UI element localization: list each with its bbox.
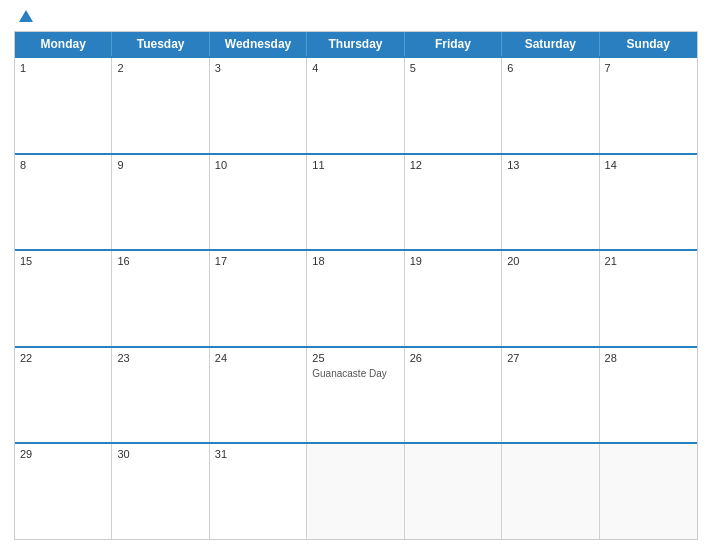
calendar-cell: 21	[600, 251, 697, 346]
calendar-cell: 12	[405, 155, 502, 250]
header	[14, 10, 698, 23]
day-number: 25	[312, 352, 398, 364]
calendar-cell	[405, 444, 502, 539]
calendar-cell: 9	[112, 155, 209, 250]
day-number: 12	[410, 159, 496, 171]
calendar-cell	[502, 444, 599, 539]
calendar-cell: 4	[307, 58, 404, 153]
day-number: 18	[312, 255, 398, 267]
day-number: 21	[605, 255, 692, 267]
calendar-cell: 11	[307, 155, 404, 250]
day-number: 16	[117, 255, 203, 267]
day-number: 10	[215, 159, 301, 171]
calendar-cell: 10	[210, 155, 307, 250]
calendar-cell: 23	[112, 348, 209, 443]
calendar-header-row: MondayTuesdayWednesdayThursdayFridaySatu…	[15, 32, 697, 56]
day-number: 13	[507, 159, 593, 171]
calendar-cell: 2	[112, 58, 209, 153]
calendar-cell: 15	[15, 251, 112, 346]
day-number: 29	[20, 448, 106, 460]
day-number: 9	[117, 159, 203, 171]
header-cell-saturday: Saturday	[502, 32, 599, 56]
day-number: 19	[410, 255, 496, 267]
calendar-grid: MondayTuesdayWednesdayThursdayFridaySatu…	[14, 31, 698, 540]
day-number: 31	[215, 448, 301, 460]
day-number: 24	[215, 352, 301, 364]
calendar-cell: 5	[405, 58, 502, 153]
logo-triangle-icon	[19, 10, 33, 22]
day-number: 5	[410, 62, 496, 74]
calendar-week-5: 293031	[15, 442, 697, 539]
calendar-cell: 31	[210, 444, 307, 539]
calendar-cell: 8	[15, 155, 112, 250]
day-number: 20	[507, 255, 593, 267]
day-number: 6	[507, 62, 593, 74]
header-cell-tuesday: Tuesday	[112, 32, 209, 56]
holiday-label: Guanacaste Day	[312, 368, 398, 380]
calendar-cell: 26	[405, 348, 502, 443]
calendar-cell: 29	[15, 444, 112, 539]
day-number: 30	[117, 448, 203, 460]
calendar-cell: 28	[600, 348, 697, 443]
calendar-cell: 20	[502, 251, 599, 346]
calendar-cell: 19	[405, 251, 502, 346]
calendar-cell: 3	[210, 58, 307, 153]
calendar-cell	[307, 444, 404, 539]
calendar-cell: 7	[600, 58, 697, 153]
calendar-cell: 30	[112, 444, 209, 539]
calendar-cell: 13	[502, 155, 599, 250]
header-cell-thursday: Thursday	[307, 32, 404, 56]
calendar-cell: 25Guanacaste Day	[307, 348, 404, 443]
day-number: 2	[117, 62, 203, 74]
calendar-cell: 18	[307, 251, 404, 346]
calendar-page: MondayTuesdayWednesdayThursdayFridaySatu…	[0, 0, 712, 550]
calendar-week-1: 1234567	[15, 56, 697, 153]
calendar-cell: 6	[502, 58, 599, 153]
day-number: 1	[20, 62, 106, 74]
header-cell-monday: Monday	[15, 32, 112, 56]
day-number: 3	[215, 62, 301, 74]
calendar-week-2: 891011121314	[15, 153, 697, 250]
logo	[14, 10, 33, 23]
day-number: 15	[20, 255, 106, 267]
header-cell-wednesday: Wednesday	[210, 32, 307, 56]
calendar-week-3: 15161718192021	[15, 249, 697, 346]
day-number: 14	[605, 159, 692, 171]
day-number: 22	[20, 352, 106, 364]
day-number: 23	[117, 352, 203, 364]
calendar-cell: 16	[112, 251, 209, 346]
day-number: 28	[605, 352, 692, 364]
calendar-cell: 17	[210, 251, 307, 346]
day-number: 17	[215, 255, 301, 267]
header-cell-friday: Friday	[405, 32, 502, 56]
calendar-cell: 14	[600, 155, 697, 250]
calendar-body: 1234567891011121314151617181920212223242…	[15, 56, 697, 539]
calendar-cell: 22	[15, 348, 112, 443]
day-number: 11	[312, 159, 398, 171]
day-number: 8	[20, 159, 106, 171]
day-number: 27	[507, 352, 593, 364]
calendar-week-4: 22232425Guanacaste Day262728	[15, 346, 697, 443]
day-number: 4	[312, 62, 398, 74]
calendar-cell: 27	[502, 348, 599, 443]
header-cell-sunday: Sunday	[600, 32, 697, 56]
calendar-cell: 1	[15, 58, 112, 153]
calendar-cell: 24	[210, 348, 307, 443]
calendar-cell	[600, 444, 697, 539]
day-number: 26	[410, 352, 496, 364]
day-number: 7	[605, 62, 692, 74]
